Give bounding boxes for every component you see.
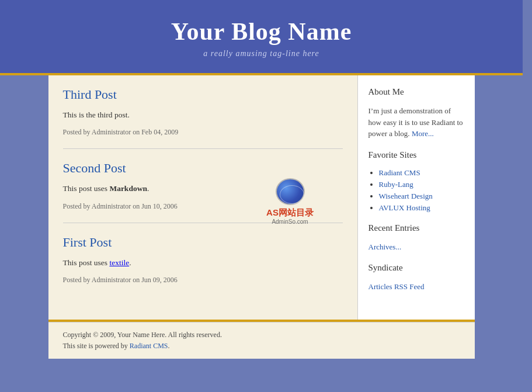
site-tagline: a really amusing tag-line here: [12, 49, 511, 58]
footer-line2-suffix: .: [168, 342, 170, 350]
post-third: Third Post This is the third post. Poste…: [63, 87, 343, 149]
sidebar-archives: Archives...: [368, 241, 464, 253]
post-first-content-prefix: This post uses: [63, 258, 110, 267]
post-first: First Post This post uses textile. Poste…: [63, 235, 343, 296]
globe-icon: [276, 178, 305, 205]
sidebar-favorite-heading: Favorite Sites: [368, 150, 464, 162]
list-item: Ruby-Lang: [379, 180, 464, 189]
list-item: Radiant CMS: [379, 168, 464, 178]
archives-link[interactable]: Archives...: [368, 242, 402, 251]
post-third-content: This is the third post.: [63, 109, 343, 121]
sidebar-recent-heading: Recent Entries: [368, 223, 464, 235]
post-second: Second Post AS网站目录 AdminSo.com This post…: [63, 161, 343, 223]
site-title: Your Blog Name: [12, 18, 511, 46]
ruby-lang-link[interactable]: Ruby-Lang: [379, 180, 413, 189]
watermark-image: AS网站目录 AdminSo.com: [244, 178, 337, 225]
post-second-content-bold: Markdown: [109, 184, 147, 193]
post-first-title-link[interactable]: First Post: [63, 235, 112, 249]
sidebar-favorite-sites: Favorite Sites Radiant CMS Ruby-Lang Wis…: [368, 150, 464, 213]
footer-radiant-link[interactable]: Radiant CMS: [130, 342, 168, 350]
site-header: Your Blog Name a really amusing tag-line…: [0, 0, 523, 73]
textile-link[interactable]: textile: [109, 258, 129, 267]
footer-line2: This site is powered by Radiant CMS.: [63, 341, 460, 352]
sidebar-about-text: I’m just a demonstration of how easy it …: [368, 105, 464, 140]
watermark-brand: AS网站目录: [266, 207, 314, 218]
post-first-content: This post uses textile.: [63, 257, 343, 269]
watermark-sub: AdminSo.com: [272, 218, 308, 225]
main-content: Third Post This is the third post. Poste…: [48, 75, 358, 320]
avlux-link[interactable]: AVLUX Hosting: [379, 203, 430, 212]
sidebar-about-heading: About Me: [368, 87, 464, 99]
post-second-content-prefix: This post uses: [63, 184, 110, 193]
post-third-title-link[interactable]: Third Post: [63, 87, 117, 102]
footer-line1: Copyright © 2009, Your Name Here. All ri…: [63, 329, 460, 341]
site-footer: Copyright © 2009, Your Name Here. All ri…: [48, 322, 475, 359]
post-first-meta: Posted by Administrator on Jun 09, 2006: [63, 276, 343, 285]
post-second-content-suffix: .: [147, 184, 149, 193]
footer-line2-prefix: This site is powered by: [63, 342, 130, 350]
post-third-meta: Posted by Administrator on Feb 04, 2009: [63, 128, 343, 137]
content-area: Third Post This is the third post. Poste…: [48, 75, 475, 320]
sidebar-syndicate-heading: Syndicate: [368, 263, 464, 275]
sidebar-favorite-list: Radiant CMS Ruby-Lang Wiseheart Design A…: [368, 168, 464, 213]
sidebar-about-more-link[interactable]: More...: [412, 129, 434, 138]
main-wrapper: Third Post This is the third post. Poste…: [48, 75, 475, 359]
sidebar-rss: Articles RSS Feed: [368, 281, 464, 293]
sidebar: About Me I’m just a demonstration of how…: [358, 75, 475, 320]
post-second-title: Second Post: [63, 161, 343, 176]
sidebar-about: About Me I’m just a demonstration of how…: [368, 87, 464, 140]
list-item: AVLUX Hosting: [379, 203, 464, 213]
post-first-content-suffix: .: [129, 258, 131, 267]
post-third-title: Third Post: [63, 87, 343, 102]
post-second-title-link[interactable]: Second Post: [63, 161, 126, 175]
list-item: Wiseheart Design: [379, 192, 464, 201]
page-outer: Your Blog Name a really amusing tag-line…: [0, 0, 532, 392]
sidebar-syndicate: Syndicate Articles RSS Feed: [368, 263, 464, 293]
wiseheart-link[interactable]: Wiseheart Design: [379, 192, 433, 200]
sidebar-recent-entries: Recent Entries Archives...: [368, 223, 464, 253]
radiant-cms-link[interactable]: Radiant CMS: [379, 168, 420, 177]
rss-feed-link[interactable]: Articles RSS Feed: [368, 282, 425, 291]
post-first-title: First Post: [63, 235, 343, 250]
